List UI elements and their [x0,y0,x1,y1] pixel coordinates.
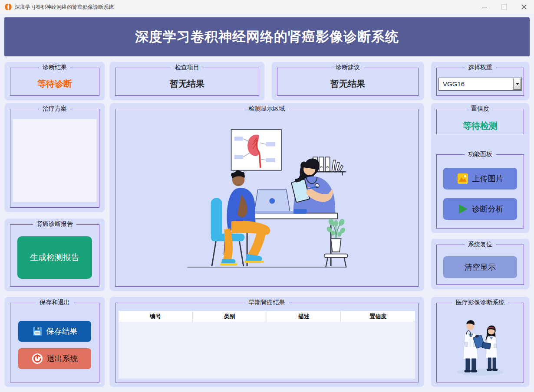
exit-system-button[interactable]: 退出系统 [18,348,91,369]
results-table[interactable]: 编号 类别 描述 置信度 [119,311,415,379]
minimize-icon [482,7,487,7]
diagnosis-advice-legend: 诊断建议 [332,64,363,72]
upload-image-button[interactable]: 上传图片 [443,168,517,189]
panel-save-exit: 保存和退出 保存结果 退出系统 [4,297,105,387]
panel-weight-select: 选择权重 VGG16 [431,62,530,101]
maximize-icon [501,4,507,10]
page-title: 深度学习卷积神经网络的肾癌影像诊断系统 [135,28,399,46]
close-icon [521,4,527,10]
kidneys-icon [4,3,12,10]
app-banner: 深度学习卷积神经网络的肾癌影像诊断系统 [4,17,530,56]
maximize-button[interactable] [494,0,514,14]
play-icon [457,203,468,215]
confidence-value: 等待检测 [463,120,498,132]
panel-treatment-plan: 治疗方案 [4,103,105,212]
generate-report-label: 生成检测报告 [30,252,79,263]
clear-display-button[interactable]: 清空显示 [443,256,517,278]
analyze-button[interactable]: 诊断分析 [443,198,517,220]
save-results-button[interactable]: 保存结果 [18,321,91,342]
generate-report-button[interactable]: 生成检测报告 [17,236,92,279]
system-reset-legend: 系统复位 [465,241,496,248]
results-table-header: 编号 类别 描述 置信度 [119,311,415,322]
panel-diagnosis-advice: 诊断建议 暂无结果 [271,62,424,101]
panel-check-item: 检查项目 暂无结果 [109,62,265,101]
diagnosis-result-value: 等待诊断 [37,78,72,90]
panel-branding: 医疗影像诊断系统 [431,297,530,387]
treatment-plan-textarea[interactable] [13,119,97,202]
analyze-label: 诊断分析 [472,204,504,214]
results-table-legend: 早期肾癌结果 [245,299,289,307]
diagnosis-advice-value: 暂无结果 [330,78,365,90]
window-title: 深度学习卷积神经网络的肾癌影像诊断系统 [15,3,114,11]
doctors-illustration [446,312,514,377]
report-legend: 肾癌诊断报告 [33,220,76,228]
floppy-disk-icon [32,326,43,336]
save-exit-legend: 保存和退出 [36,299,73,307]
col-description: 描述 [267,311,341,322]
col-category: 类别 [193,311,267,322]
weight-select-legend: 选择权重 [465,64,496,72]
consultation-illustration [180,128,354,271]
diagnosis-result-legend: 诊断结果 [39,64,70,72]
upload-image-label: 上传图片 [472,173,504,184]
save-results-label: 保存结果 [46,326,78,336]
panel-display-area: 检测显示区域 [109,103,424,291]
treatment-plan-legend: 治疗方案 [39,105,70,113]
exit-system-label: 退出系统 [47,353,78,364]
clear-display-label: 清空显示 [465,262,496,272]
display-area-legend: 检测显示区域 [245,105,289,113]
dropdown-arrow-button[interactable] [513,78,521,90]
panel-results-table: 早期肾癌结果 编号 类别 描述 置信度 [109,297,424,387]
panel-function: 功能面板 上传图片 诊断分析 [431,134,530,233]
window-titlebar: 深度学习卷积神经网络的肾癌影像诊断系统 [0,0,534,14]
confidence-legend: 置信度 [468,105,493,113]
dropdown-arrow-icon [516,83,519,85]
image-icon [457,173,468,184]
check-item-legend: 检查项目 [171,64,203,72]
weight-selected-value: VGG16 [443,80,465,88]
panel-report: 肾癌诊断报告 生成检测报告 [4,218,105,291]
panel-diagnosis-result: 诊断结果 等待诊断 [4,62,105,101]
branding-legend: 医疗影像诊断系统 [452,299,508,307]
col-id: 编号 [119,311,193,322]
power-icon [32,353,43,364]
col-confidence: 置信度 [341,311,415,322]
close-button[interactable] [514,0,534,14]
weight-select-dropdown[interactable]: VGG16 [438,78,522,91]
panel-system-reset: 系统复位 清空显示 [431,238,530,290]
check-item-value: 暂无结果 [170,78,204,90]
minimize-button[interactable] [474,0,494,14]
function-panel-legend: 功能面板 [465,150,496,158]
